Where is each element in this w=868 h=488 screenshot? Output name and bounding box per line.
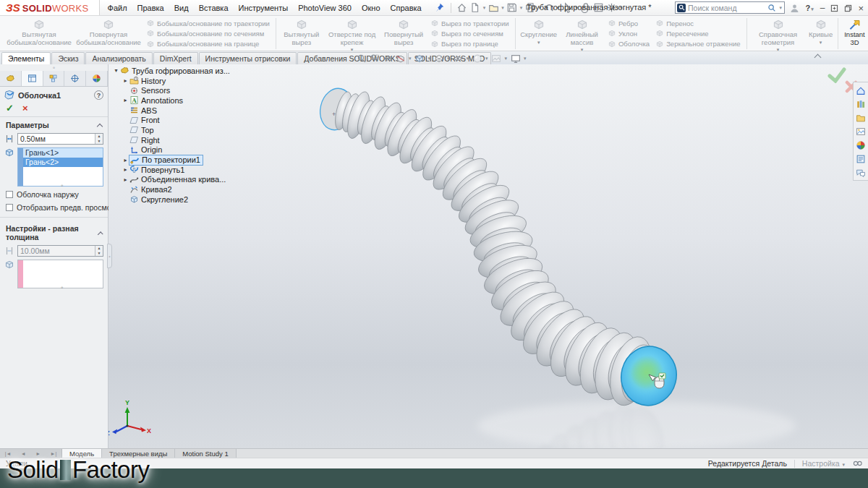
maximize-button[interactable] bbox=[830, 4, 838, 12]
ribbon-button-lofted-cut[interactable]: Вырез по сечениям bbox=[430, 29, 509, 38]
tab-render-tools[interactable]: Инструменты отрисовки bbox=[199, 52, 297, 64]
save-icon[interactable] bbox=[506, 2, 518, 14]
home-icon[interactable] bbox=[856, 85, 867, 95]
ribbon-button-boundary-boss[interactable]: Бобышка/основание на границе bbox=[146, 40, 270, 48]
checkbox-shell-outward[interactable]: Оболочка наружу bbox=[0, 188, 108, 201]
tree-item-7-origin[interactable]: Origin bbox=[112, 145, 230, 155]
dropdown-icon[interactable]: ▾ bbox=[447, 56, 450, 61]
expand-icon[interactable]: ▸ bbox=[122, 97, 129, 103]
help-icon[interactable]: ?▾ bbox=[805, 4, 814, 12]
home-icon[interactable] bbox=[456, 2, 468, 14]
tree-root[interactable]: ▾Труба гофрированная из... bbox=[112, 66, 230, 76]
section-multi-thickness[interactable]: Настройки - разная толщина bbox=[0, 221, 108, 244]
search-dropdown-icon[interactable]: ▾ bbox=[779, 5, 782, 11]
menu-edit[interactable]: Правка bbox=[132, 4, 169, 12]
panel-tab-featuremanager[interactable] bbox=[0, 71, 22, 86]
panel-tab-displaymanager[interactable] bbox=[86, 71, 108, 86]
design-library-icon[interactable] bbox=[856, 98, 867, 109]
tree-item-10-curve[interactable]: ▸Объединенная крива... bbox=[112, 175, 230, 185]
ribbon-button-revolved-cut[interactable]: Повернутый вырез bbox=[380, 17, 427, 50]
ribbon-button-curves[interactable]: Кривые▾ bbox=[807, 17, 835, 50]
dropdown-icon[interactable]: ▾ bbox=[485, 56, 488, 61]
view-orientation-icon[interactable] bbox=[414, 53, 425, 64]
view-settings-icon[interactable] bbox=[510, 53, 521, 64]
ribbon-button-swept-boss[interactable]: Бобышка/основание по траектории bbox=[146, 19, 270, 27]
menu-file[interactable]: Файл bbox=[103, 4, 132, 12]
dropdown-icon[interactable]: ▾ bbox=[537, 39, 540, 47]
previous-view-icon[interactable] bbox=[382, 53, 393, 64]
ribbon-button-swept-cut[interactable]: Вырез по траектории bbox=[430, 19, 509, 27]
ribbon-button-instant-3d[interactable]: Instant 3D bbox=[841, 17, 868, 50]
ribbon-button-fillet[interactable]: Скругление▾ bbox=[518, 17, 559, 50]
display-style-icon[interactable] bbox=[433, 53, 444, 64]
cancel-button[interactable]: × bbox=[22, 103, 28, 114]
listbox-resize-handle[interactable]: ∘ bbox=[61, 183, 64, 189]
tree-item-4-plane[interactable]: Front bbox=[112, 115, 230, 125]
expand-icon[interactable]: ▸ bbox=[122, 77, 129, 84]
new-document-icon[interactable] bbox=[469, 2, 481, 14]
zoom-area-icon[interactable] bbox=[369, 53, 380, 64]
menu-photoview-360[interactable]: PhotoView 360 bbox=[293, 4, 357, 12]
dropdown-icon[interactable]: ▾ bbox=[581, 46, 584, 51]
tree-item-0-history[interactable]: ▸History bbox=[112, 76, 230, 86]
section-parameters[interactable]: Параметры bbox=[0, 117, 108, 132]
dropdown-icon[interactable]: ▾ bbox=[777, 46, 780, 51]
panel-tab-propertymanager[interactable] bbox=[22, 71, 43, 86]
hide-show-items-icon[interactable] bbox=[453, 53, 464, 64]
tree-item-9-revolve[interactable]: ▸Повернуть1 bbox=[112, 165, 230, 175]
tab-features[interactable]: Элементы bbox=[1, 52, 51, 64]
confirm-ok-icon[interactable] bbox=[827, 67, 846, 86]
selected-tree-item[interactable]: По траектории1 bbox=[129, 155, 203, 166]
ribbon-button-mirror[interactable]: Зеркальное отражение bbox=[655, 40, 740, 48]
view-palette-icon[interactable] bbox=[856, 126, 867, 137]
tree-item-5-plane[interactable]: Top bbox=[112, 125, 230, 135]
ribbon-button-linear-pattern[interactable]: Линейный массив▾ bbox=[559, 17, 605, 50]
tree-item-1-sensors[interactable]: Sensors bbox=[112, 85, 230, 95]
ribbon-button-rib[interactable]: Ребро bbox=[608, 19, 650, 27]
search-icon[interactable] bbox=[767, 4, 776, 12]
dropdown-icon[interactable]: ▾ bbox=[428, 56, 431, 61]
pin-icon[interactable] bbox=[434, 2, 446, 14]
graphics-area[interactable]: + Y X Z ▾Труба гофрированная из...▸Histo… bbox=[109, 64, 868, 448]
tree-item-3-material[interactable]: ABS bbox=[112, 106, 230, 116]
panel-tab-dimxpertmanager[interactable] bbox=[64, 71, 86, 86]
appearances-icon[interactable] bbox=[856, 140, 867, 150]
help-circle-icon[interactable]: ? bbox=[94, 90, 103, 100]
expand-icon[interactable]: ▸ bbox=[122, 166, 129, 173]
dropdown-icon[interactable]: ▾ bbox=[505, 56, 508, 61]
tree-item-2-annotations[interactable]: ▸AAnnotations bbox=[112, 95, 230, 106]
expand-icon[interactable]: ▾ bbox=[112, 67, 120, 74]
multi-thickness-input[interactable]: 10.00мм ▲▼ bbox=[17, 245, 103, 257]
dropdown-icon[interactable]: ▾ bbox=[524, 56, 527, 61]
panel-tab-configurationmanager[interactable] bbox=[43, 71, 65, 86]
face-list-item[interactable]: Грань<2> bbox=[23, 158, 103, 167]
tree-item-8-sweep[interactable]: ▸По траектории1 bbox=[112, 155, 230, 165]
dropdown-icon[interactable]: ▾ bbox=[501, 5, 504, 11]
menu-window[interactable]: Окно bbox=[357, 4, 386, 12]
multi-thickness-stepper[interactable]: ▲▼ bbox=[95, 246, 103, 256]
checkbox-icon[interactable] bbox=[6, 191, 13, 198]
tab-dimxpert[interactable]: DimXpert bbox=[153, 52, 198, 64]
thickness-stepper[interactable]: ▲▼ bbox=[95, 134, 103, 144]
dropdown-icon[interactable]: ▾ bbox=[820, 39, 822, 47]
edit-appearance-icon[interactable] bbox=[472, 53, 482, 64]
checkbox-icon[interactable] bbox=[6, 204, 13, 211]
ok-button[interactable]: ✓ bbox=[6, 103, 14, 114]
listbox-resize-handle[interactable]: ∘ bbox=[61, 285, 64, 291]
multi-faces-listbox[interactable]: ∘ bbox=[17, 260, 103, 288]
minimize-button[interactable]: – bbox=[820, 4, 825, 12]
file-explorer-icon[interactable] bbox=[856, 112, 867, 123]
section-view-icon[interactable] bbox=[395, 53, 406, 64]
tab-evaluate[interactable]: Анализировать bbox=[85, 52, 152, 64]
checkbox-show-preview[interactable]: Отобразить предв. просмотр bbox=[0, 201, 108, 214]
dropdown-icon[interactable]: ▾ bbox=[351, 46, 354, 51]
ribbon-button-shell[interactable]: Оболочка bbox=[608, 40, 650, 48]
tree-item-12-fillet[interactable]: Скругление2 bbox=[112, 194, 230, 205]
dropdown-icon[interactable]: ▾ bbox=[520, 5, 523, 11]
status-configuration[interactable]: Настройка ▾ bbox=[802, 459, 846, 468]
dropdown-icon[interactable]: ▾ bbox=[483, 5, 486, 11]
ribbon-button-reference-geometry[interactable]: Справочная геометрия▾ bbox=[749, 17, 807, 50]
ribbon-button-revolved-boss-base[interactable]: Повернутая бобышка/основание bbox=[74, 17, 143, 50]
ribbon-button-hole-wizard[interactable]: Отверстие под крепеж▾ bbox=[324, 17, 380, 50]
dropdown-icon[interactable]: ▾ bbox=[409, 56, 412, 61]
